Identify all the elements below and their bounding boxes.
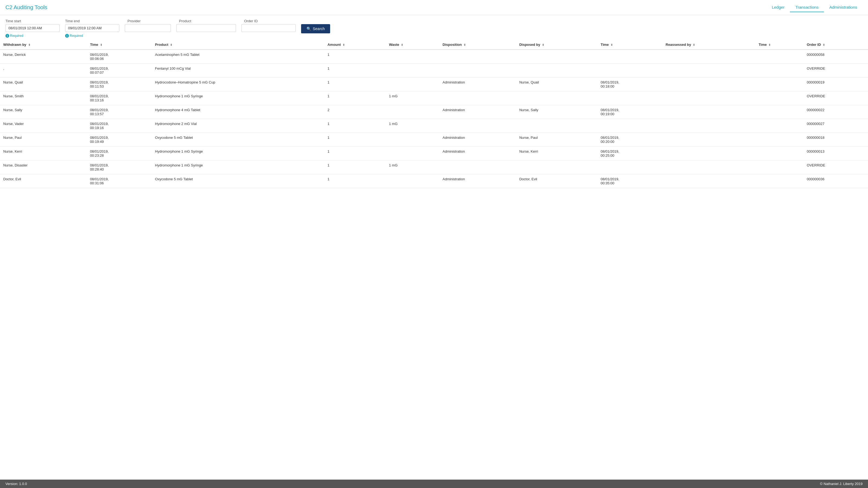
- cell-time3: [755, 133, 804, 147]
- table-row: ,08/01/2019, 00:07:07Fentanyl 100 mCg Vi…: [0, 64, 868, 77]
- nav-tabs: Ledger Transactions Administrations: [766, 3, 863, 12]
- table-row: Nurse, Vader08/01/2019, 00:19:16Hydromor…: [0, 119, 868, 133]
- search-button[interactable]: 🔍 Search: [301, 24, 330, 33]
- cell-disposed_by: [516, 91, 597, 105]
- cell-amount: 1: [324, 161, 386, 174]
- filter-inputs-row: i Required i Required 🔍 Search: [5, 24, 863, 38]
- cell-amount: 1: [324, 77, 386, 91]
- tab-transactions[interactable]: Transactions: [790, 3, 824, 12]
- cell-withdrawn_by: Nurse, Sally: [0, 105, 87, 119]
- cell-reassessed_by: [662, 174, 755, 188]
- col-withdrawn-by[interactable]: Withdrawn by ⇕: [0, 40, 87, 50]
- col-time3[interactable]: Time ⇕: [755, 40, 804, 50]
- provider-input[interactable]: [125, 24, 171, 32]
- cell-time2: [597, 91, 662, 105]
- cell-withdrawn_by: Nurse, Kerri: [0, 147, 87, 161]
- cell-disposition: Administration: [439, 133, 516, 147]
- cell-reassessed_by: [662, 133, 755, 147]
- cell-order_id: 000000036: [803, 174, 868, 188]
- cell-amount: 1: [324, 147, 386, 161]
- cell-time3: [755, 119, 804, 133]
- col-order-id[interactable]: Order ID ⇕: [803, 40, 868, 50]
- cell-waste: [386, 174, 439, 188]
- table-row: Nurse, Kerri08/01/2019, 00:23:28Hydromor…: [0, 147, 868, 161]
- cell-waste: [386, 77, 439, 91]
- time-start-input[interactable]: [5, 24, 60, 32]
- sort-icon-disposition: ⇕: [464, 43, 466, 46]
- cell-disposed_by: Doctor, Evil: [516, 174, 597, 188]
- product-input[interactable]: [176, 24, 236, 32]
- cell-time2: [597, 64, 662, 77]
- sort-icon-waste: ⇕: [401, 43, 403, 46]
- cell-disposition: Administration: [439, 77, 516, 91]
- tab-administrations[interactable]: Administrations: [824, 3, 863, 12]
- cell-time3: [755, 147, 804, 161]
- order-id-input[interactable]: [241, 24, 296, 32]
- cell-time3: [755, 91, 804, 105]
- cell-order_id: 000000027: [803, 119, 868, 133]
- col-reassessed-by[interactable]: Reassessed by ⇕: [662, 40, 755, 50]
- cell-disposition: [439, 161, 516, 174]
- cell-reassessed_by: [662, 119, 755, 133]
- search-icon: 🔍: [307, 27, 311, 31]
- cell-disposed_by: [516, 161, 597, 174]
- cell-time3: [755, 161, 804, 174]
- cell-waste: [386, 147, 439, 161]
- provider-group: [125, 24, 171, 32]
- col-time[interactable]: Time ⇕: [87, 40, 152, 50]
- cell-waste: 1 mG: [386, 91, 439, 105]
- cell-disposition: [439, 64, 516, 77]
- cell-time2: 08/01/2019, 00:20:00: [597, 133, 662, 147]
- cell-time: 08/01/2019, 00:11:53: [87, 77, 152, 91]
- tab-ledger[interactable]: Ledger: [766, 3, 790, 12]
- cell-time: 08/01/2019, 00:19:49: [87, 133, 152, 147]
- cell-disposed_by: [516, 50, 597, 64]
- cell-withdrawn_by: Nurse, Derrick: [0, 50, 87, 64]
- cell-waste: 1 mG: [386, 119, 439, 133]
- table-body: Nurse, Derrick08/01/2019, 00:06:06Acetam…: [0, 50, 868, 188]
- cell-product: Hydromorphone 2 mG Vial: [152, 119, 324, 133]
- cell-disposition: Administration: [439, 174, 516, 188]
- time-end-label: Time end: [65, 19, 122, 23]
- cell-time2: [597, 161, 662, 174]
- cell-amount: 1: [324, 91, 386, 105]
- cell-time3: [755, 50, 804, 64]
- col-time2[interactable]: Time ⇕: [597, 40, 662, 50]
- cell-time: 08/01/2019, 00:13:16: [87, 91, 152, 105]
- cell-reassessed_by: [662, 147, 755, 161]
- cell-time3: [755, 77, 804, 91]
- cell-withdrawn_by: Doctor, Evil: [0, 174, 87, 188]
- cell-reassessed_by: [662, 64, 755, 77]
- cell-disposed_by: Nurse, Sally: [516, 105, 597, 119]
- cell-disposed_by: [516, 64, 597, 77]
- table-row: Nurse, Sally08/01/2019, 00:13:57Hydromor…: [0, 105, 868, 119]
- col-product[interactable]: Product ⇕: [152, 40, 324, 50]
- col-waste[interactable]: Waste ⇕: [386, 40, 439, 50]
- cell-waste: 1 mG: [386, 161, 439, 174]
- cell-order_id: 000000058: [803, 50, 868, 64]
- cell-order_id: 000000013: [803, 147, 868, 161]
- sort-icon-disposed: ⇕: [542, 43, 544, 46]
- col-amount[interactable]: Amount ⇕: [324, 40, 386, 50]
- cell-waste: [386, 50, 439, 64]
- cell-reassessed_by: [662, 50, 755, 64]
- sort-icon-amount: ⇕: [343, 43, 345, 46]
- cell-time2: 08/01/2019, 00:25:00: [597, 147, 662, 161]
- col-disposition[interactable]: Disposition ⇕: [439, 40, 516, 50]
- table-row: Nurse, Paul08/01/2019, 00:19:49Oxycodone…: [0, 133, 868, 147]
- sort-icon-product: ⇕: [170, 43, 172, 46]
- order-id-label: Order ID: [244, 19, 299, 23]
- cell-withdrawn_by: Nurse, Smith: [0, 91, 87, 105]
- sort-icon-time2: ⇕: [611, 43, 613, 46]
- cell-time3: [755, 105, 804, 119]
- col-disposed-by[interactable]: Disposed by ⇕: [516, 40, 597, 50]
- cell-time2: 08/01/2019, 00:19:00: [597, 105, 662, 119]
- table-header-row: Withdrawn by ⇕ Time ⇕ Product ⇕ Amount ⇕…: [0, 40, 868, 50]
- time-end-input[interactable]: [65, 24, 119, 32]
- cell-disposed_by: Nurse, Kerri: [516, 147, 597, 161]
- cell-time: 08/01/2019, 00:19:16: [87, 119, 152, 133]
- time-end-group: i Required: [65, 24, 119, 38]
- version-text: Version: 1.0.0: [5, 482, 27, 486]
- order-id-group: [241, 24, 296, 32]
- cell-disposition: [439, 91, 516, 105]
